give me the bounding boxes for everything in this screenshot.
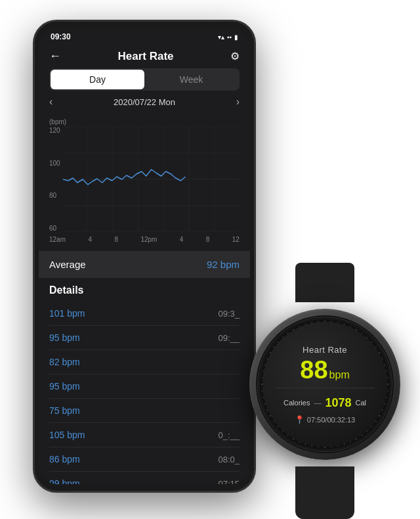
chart-svg — [63, 127, 240, 232]
watch-calories-label: Calories — [284, 399, 310, 407]
settings-button[interactable]: ⚙ — [230, 50, 240, 62]
detail-time-8: 07:15 — [218, 479, 240, 485]
detail-row-2: 95 bpm 09:__ — [49, 326, 240, 350]
watch-bpm-display: 88 bpm — [300, 357, 349, 382]
detail-bpm-8: 99 bpm — [49, 478, 80, 484]
chart-y-label: (bpm) — [49, 118, 240, 125]
watch-band-bottom — [295, 466, 354, 519]
next-date-button[interactable]: › — [236, 96, 240, 108]
prev-date-button[interactable]: ‹ — [49, 96, 52, 108]
watch-location-time: 07:50/00:32:13 — [307, 416, 355, 424]
detail-bpm-1: 101 bpm — [49, 308, 85, 319]
tab-bar: Day Week — [49, 68, 240, 91]
smartwatch: /* ticks */ — [249, 289, 400, 480]
x-label-12end: 12 — [232, 236, 240, 243]
chart-graph — [63, 127, 240, 235]
watch-heart-rate-title: Heart Rate — [303, 345, 347, 355]
chart-area: (bpm) 120 100 80 60 — [39, 113, 250, 247]
x-label-8pm: 8 — [206, 236, 210, 243]
detail-bpm-2: 95 bpm — [49, 332, 80, 343]
detail-time-6: 0_:__ — [218, 430, 240, 440]
detail-row-4: 95 bpm — [49, 374, 240, 399]
wifi-icon: ▪▪ — [227, 34, 232, 41]
x-label-4: 4 — [88, 236, 92, 243]
y-100: 100 — [49, 160, 60, 167]
watch-location-row: 📍 07:50/00:32:13 — [295, 415, 355, 424]
y-120: 120 — [49, 127, 60, 134]
signal-icon: ▾▴ — [218, 34, 224, 41]
x-label-4pm: 4 — [180, 236, 184, 243]
status-icons: ▾▴ ▪▪ ▮ — [218, 34, 238, 41]
x-label-8: 8 — [114, 236, 118, 243]
details-title: Details — [49, 284, 240, 296]
y-60: 60 — [49, 225, 60, 232]
detail-time-1: 09:3_ — [218, 309, 240, 319]
average-value: 92 bpm — [207, 259, 240, 270]
detail-bpm-7: 86 bpm — [49, 454, 80, 464]
details-section: Details 101 bpm 09:3_ 95 bpm 09:__ 82 bp… — [39, 278, 250, 484]
date-navigation: ‹ 2020/07/22 Mon › — [39, 91, 250, 113]
detail-bpm-4: 95 bpm — [49, 381, 80, 392]
average-row: Average 92 bpm — [39, 251, 250, 278]
detail-row-7: 86 bpm 08:0_ — [49, 447, 240, 472]
average-label: Average — [49, 259, 86, 270]
detail-bpm-6: 105 bpm — [49, 430, 85, 440]
detail-row-3: 82 bpm — [49, 350, 240, 374]
detail-row-1: 101 bpm 09:3_ — [49, 302, 240, 326]
tab-day[interactable]: Day — [51, 70, 144, 89]
detail-time-7: 08:0_ — [218, 455, 240, 464]
x-label-12am: 12am — [49, 236, 66, 243]
watch-face: Heart Rate 88 bpm Calories — 1078 Cal — [262, 322, 387, 447]
page-title: Heart Rate — [117, 50, 173, 63]
x-label-12pm: 12pm — [140, 236, 157, 243]
battery-icon: ▮ — [234, 34, 238, 41]
detail-row-5: 75 bpm — [49, 399, 240, 423]
watch-calories-row: Calories — 1078 Cal — [284, 396, 366, 410]
detail-bpm-3: 82 bpm — [49, 357, 80, 367]
date-label: 2020/07/22 Mon — [114, 97, 175, 107]
watch-bpm-unit: bpm — [329, 369, 350, 381]
detail-time-2: 09:__ — [218, 333, 240, 343]
y-80: 80 — [49, 192, 60, 199]
tab-week[interactable]: Week — [144, 70, 238, 89]
detail-bpm-5: 75 bpm — [49, 405, 80, 416]
watch-calories-value: 1078 — [325, 396, 351, 410]
app-header: ← Heart Rate ⚙ — [39, 44, 250, 68]
phone-screen: 09:30 ▾▴ ▪▪ ▮ ← Heart Rate ⚙ Day Week — [39, 28, 250, 484]
watch-calories-dash: — — [314, 399, 321, 407]
watch-bpm-value: 88 — [300, 357, 327, 382]
watch-bezel: /* ticks */ — [256, 315, 394, 453]
watch-body: /* ticks */ — [249, 309, 400, 460]
phone: 09:30 ▾▴ ▪▪ ▮ ← Heart Rate ⚙ Day Week — [33, 20, 256, 493]
watch-outer: /* ticks */ — [249, 309, 400, 460]
chart-x-labels: 12am 4 8 12pm 4 8 12 — [49, 235, 240, 244]
scene: 09:30 ▾▴ ▪▪ ▮ ← Heart Rate ⚙ Day Week — [0, 0, 420, 519]
watch-calories-unit: Cal — [355, 399, 366, 407]
status-bar: 09:30 ▾▴ ▪▪ ▮ — [39, 28, 250, 44]
watch-location-icon: 📍 — [295, 415, 304, 424]
back-button[interactable]: ← — [49, 49, 61, 63]
watch-divider — [275, 388, 375, 388]
status-time: 09:30 — [51, 32, 71, 41]
detail-row-6: 105 bpm 0_:__ — [49, 423, 240, 447]
watch-band-top — [295, 263, 354, 302]
detail-row-8: 99 bpm 07:15 — [49, 472, 240, 484]
